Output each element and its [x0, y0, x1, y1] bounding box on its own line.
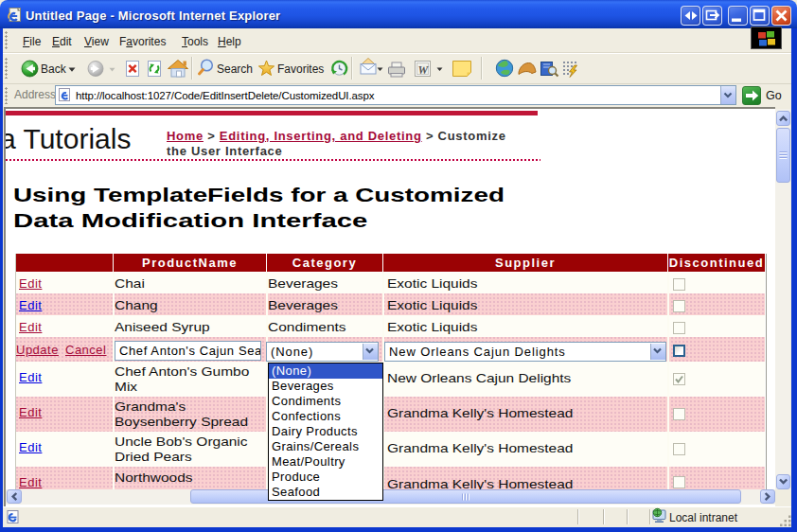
- svg-text:W: W: [417, 63, 429, 77]
